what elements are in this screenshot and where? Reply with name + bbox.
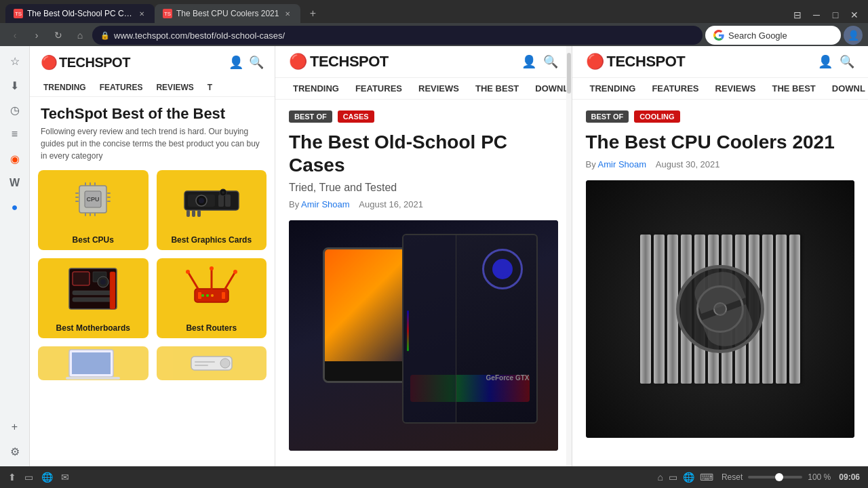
ts-card-laptop-image <box>38 346 149 380</box>
minimize-button[interactable]: ─ <box>808 7 825 23</box>
middle-scrollbar-thumb[interactable] <box>567 53 571 94</box>
sidebar-reddit-icon[interactable]: ◉ <box>5 149 24 168</box>
sidebar-wikipedia-icon[interactable]: W <box>5 174 24 192</box>
right-nav-search-icon[interactable]: 🔍 <box>840 54 854 69</box>
ts-sidebar-card-grid: CPU <box>30 170 275 346</box>
forward-button[interactable]: › <box>27 26 46 45</box>
sidebar-active-page-icon[interactable]: ● <box>5 198 24 217</box>
zoom-slider[interactable] <box>748 476 802 479</box>
svg-point-43 <box>201 294 204 297</box>
gpu-svg <box>181 179 242 223</box>
right-nav-features[interactable]: FEATURES <box>645 78 705 99</box>
svg-rect-12 <box>85 213 86 216</box>
ts-card-cpu-image: CPU <box>38 170 149 231</box>
middle-nav-search-icon[interactable]: 🔍 <box>543 54 558 69</box>
ts-card-gpu[interactable]: Best Graphics Cards <box>157 170 267 250</box>
svg-point-18 <box>199 198 204 203</box>
sidebar-add-icon[interactable]: + <box>5 418 24 436</box>
middle-nav-thebest[interactable]: THE BEST <box>469 78 526 99</box>
ts-sidebar-header: 🔴 TECHSPOT 👤 🔍 <box>30 46 275 79</box>
middle-nav-trending[interactable]: TRENDING <box>286 78 346 99</box>
zoom-control: Reset 100 % <box>719 471 833 483</box>
sidebar-settings-icon[interactable]: ⚙ <box>5 442 24 461</box>
ts-sidebar-search-icon[interactable]: 🔍 <box>249 55 264 70</box>
right-nav-downl[interactable]: DOWNL <box>825 78 868 99</box>
status-icon-2: ▭ <box>24 472 33 483</box>
svg-rect-13 <box>90 213 91 216</box>
right-nav-thebest[interactable]: THE BEST <box>765 78 822 99</box>
back-button[interactable]: ‹ <box>5 26 24 45</box>
ts-sidebar-title: TechSpot Best of the Best <box>30 97 275 125</box>
right-article-title: The Best CPU Coolers 2021 <box>586 131 855 154</box>
ts-sidebar-nav-icons: 👤 🔍 <box>229 55 264 70</box>
middle-badge-bestof: BEST OF <box>289 110 332 123</box>
pc-fan-inner <box>492 259 513 279</box>
address-bar[interactable]: 🔒 www.techspot.com/bestof/old-school-cas… <box>92 26 703 45</box>
middle-article-author[interactable]: Amir Shoam <box>301 199 350 209</box>
tab-favicon-2: TS <box>163 9 172 18</box>
ts-sidebar-nav-reviews[interactable]: REVIEWS <box>151 79 199 96</box>
middle-nav-downl[interactable]: DOWNL <box>528 78 571 99</box>
zoom-reset-button[interactable]: Reset <box>719 471 745 483</box>
middle-nav-features[interactable]: FEATURES <box>349 78 409 99</box>
middle-article-body: BEST OF CASES The Best Old-School PC Cas… <box>275 100 572 462</box>
ts-sidebar-nav-t[interactable]: T <box>202 79 218 96</box>
right-nav-user-icon[interactable]: 👤 <box>818 54 833 69</box>
status-icon-3: 🌐 <box>41 472 53 483</box>
ts-card-mobo[interactable]: Best Motherboards <box>38 258 149 338</box>
right-nav-trending[interactable]: TRENDING <box>583 78 643 99</box>
tab-management-button[interactable]: ⊟ <box>789 7 806 23</box>
right-nav-reviews[interactable]: REVIEWS <box>709 78 763 99</box>
zoom-slider-thumb[interactable] <box>775 473 783 481</box>
home-button[interactable]: ⌂ <box>71 26 90 45</box>
close-button[interactable]: ✕ <box>846 7 863 23</box>
middle-logo-text: TECHSPOT <box>310 53 389 70</box>
ts-sidebar-user-icon[interactable]: 👤 <box>229 55 243 70</box>
svg-line-39 <box>225 272 235 289</box>
middle-article-hero-image: GeForce GTX <box>289 220 558 451</box>
tab-close-1[interactable]: ✕ <box>137 9 146 18</box>
svg-rect-48 <box>66 377 120 380</box>
tab-1[interactable]: TS The Best Old-School PC Ca... ✕ <box>5 4 155 23</box>
tab-title-2: The Best CPU Coolers 2021 <box>176 9 279 18</box>
ts-sidebar-nav-features[interactable]: FEATURES <box>94 79 149 96</box>
svg-rect-19 <box>218 195 224 207</box>
svg-point-25 <box>222 191 224 194</box>
svg-rect-36 <box>222 292 225 299</box>
tab-bar: TS The Best Old-School PC Ca... ✕ TS The… <box>0 0 868 23</box>
middle-scrollbar-track[interactable] <box>566 46 572 466</box>
router-svg <box>184 265 239 312</box>
svg-rect-10 <box>90 182 91 186</box>
search-input-text[interactable]: Search Google <box>728 30 787 41</box>
maximize-button[interactable]: □ <box>827 7 844 23</box>
sidebar-downloads-icon[interactable]: ⬇ <box>5 76 24 95</box>
ts-card-laptops[interactable] <box>38 346 149 380</box>
status-right-icon-3: 🌐 <box>683 472 694 483</box>
laptop-svg <box>62 346 123 380</box>
right-badge-category: COOLING <box>634 110 679 123</box>
svg-rect-47 <box>72 352 111 374</box>
svg-point-32 <box>100 279 106 285</box>
ts-card-cpus[interactable]: CPU <box>38 170 149 250</box>
svg-rect-21 <box>186 210 190 217</box>
right-article-meta: By Amir Shoam August 30, 2021 <box>586 159 855 169</box>
search-box[interactable]: Search Google <box>705 26 841 45</box>
middle-nav-reviews[interactable]: REVIEWS <box>412 78 466 99</box>
ts-card-storage[interactable] <box>157 346 267 380</box>
reload-button[interactable]: ↻ <box>49 26 68 45</box>
new-tab-button[interactable]: + <box>303 4 322 23</box>
profile-button[interactable]: 👤 <box>844 26 863 45</box>
sidebar-history-icon[interactable]: ◷ <box>5 100 24 119</box>
right-article-author[interactable]: Amir Shoam <box>598 159 647 169</box>
svg-rect-51 <box>195 361 215 363</box>
ts-card-routers[interactable]: Best Routers <box>157 258 267 338</box>
svg-rect-9 <box>85 182 86 186</box>
svg-rect-11 <box>94 182 96 186</box>
middle-nav-user-icon[interactable]: 👤 <box>521 54 536 69</box>
ts-sidebar-nav-trending[interactable]: TRENDING <box>38 79 92 96</box>
tab-2[interactable]: TS The Best CPU Coolers 2021 ✕ <box>155 4 300 23</box>
sidebar-bookmarks-icon[interactable]: ☆ <box>5 52 24 70</box>
sidebar-menu-icon[interactable]: ≡ <box>5 125 24 144</box>
status-bar: ⬆ ▭ 🌐 ✉ ⌂ ▭ 🌐 ⌨ Reset 100 % 09:06 <box>0 466 868 488</box>
tab-close-2[interactable]: ✕ <box>283 9 292 18</box>
